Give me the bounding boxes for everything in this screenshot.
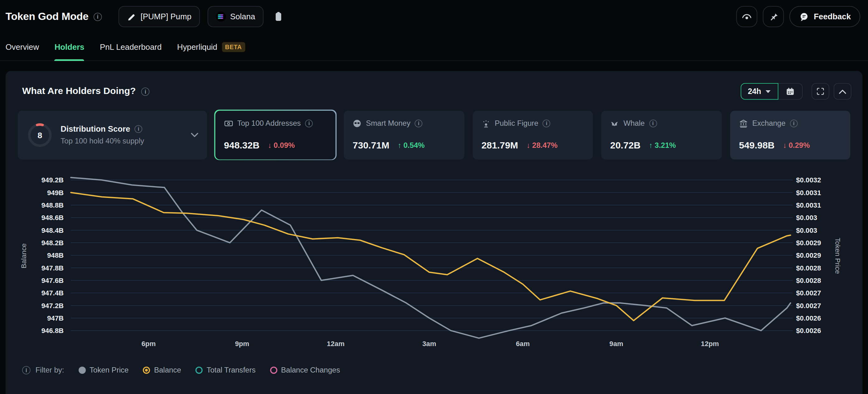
header: Token God Mode i [PUMP] Pump Solana Feed… <box>0 0 868 33</box>
watch-button[interactable] <box>736 6 757 27</box>
svg-text:947B: 947B <box>47 314 63 322</box>
collapse-button[interactable] <box>834 83 851 99</box>
distribution-expand-button[interactable] <box>191 132 198 137</box>
timeframe-dropdown[interactable]: 24h <box>741 83 778 99</box>
feedback-button[interactable]: Feedback <box>789 6 861 27</box>
tab-holders[interactable]: Holders <box>55 33 84 60</box>
beta-badge: BETA <box>222 42 245 52</box>
distribution-label: Distribution Score <box>61 124 130 133</box>
filter-total-transfers[interactable]: Total Transfers <box>195 366 255 374</box>
smart-money-icon <box>353 119 362 128</box>
fullscreen-icon <box>816 87 825 95</box>
chain-select-button[interactable]: Solana <box>208 6 264 27</box>
stat-info-icon[interactable]: i <box>543 119 551 127</box>
filter-balance-changes[interactable]: Balance Changes <box>270 366 340 374</box>
svg-text:948.2B: 948.2B <box>41 239 64 247</box>
stat-label: Whale <box>623 119 645 128</box>
stat-cards-row: 8 Distribution Scorei Top 100 hold 40% s… <box>6 110 862 160</box>
stat-change: ↑ 3.21% <box>649 141 676 150</box>
stat-change: ↓ 0.09% <box>268 141 295 150</box>
svg-text:949.2B: 949.2B <box>41 176 64 184</box>
svg-text:$0.0032: $0.0032 <box>796 176 821 184</box>
svg-text:$0.0029: $0.0029 <box>796 251 821 259</box>
token-god-mode-page: Token God Mode i [PUMP] Pump Solana Feed… <box>0 0 868 394</box>
stat-card-smart-money[interactable]: Smart Money i 730.71M ↑ 0.54% <box>343 110 465 160</box>
stat-value: 20.72B <box>610 140 641 151</box>
calendar-button[interactable] <box>778 83 803 99</box>
calendar-icon <box>785 87 795 96</box>
feedback-label: Feedback <box>814 12 851 21</box>
stat-label: Public Figure <box>495 119 538 128</box>
panel-header: What Are Holders Doing? i 24h <box>6 71 862 100</box>
token-price-dot-icon <box>79 367 86 374</box>
panel-controls: 24h <box>741 83 851 99</box>
distribution-gauge: 8 <box>26 122 53 148</box>
stat-info-icon[interactable]: i <box>305 119 313 127</box>
svg-text:948.4B: 948.4B <box>41 226 64 234</box>
svg-text:947.4B: 947.4B <box>41 289 64 297</box>
stat-value: 730.71M <box>353 140 390 151</box>
svg-text:$0.0029: $0.0029 <box>796 239 821 247</box>
svg-text:Balance: Balance <box>20 243 28 268</box>
stat-card-exchange[interactable]: Exchange i 549.98B ↓ 0.29% <box>729 110 851 160</box>
distribution-score-value: 8 <box>37 130 42 140</box>
title-info-icon[interactable]: i <box>94 12 102 21</box>
svg-text:6pm: 6pm <box>142 340 156 347</box>
svg-text:$0.0031: $0.0031 <box>796 189 821 197</box>
fullscreen-button[interactable] <box>812 83 830 99</box>
svg-text:$0.0027: $0.0027 <box>796 289 821 297</box>
svg-text:Token Price: Token Price <box>834 238 842 274</box>
filter-token-price[interactable]: Token Price <box>79 366 128 374</box>
svg-text:$0.0028: $0.0028 <box>796 277 821 284</box>
filter-balance[interactable]: Balance <box>143 366 181 374</box>
svg-text:948.8B: 948.8B <box>41 201 64 209</box>
tab-bar: Overview Holders PnL Leaderboard Hyperli… <box>0 33 868 61</box>
distribution-subtitle: Top 100 hold 40% supply <box>61 137 144 145</box>
svg-text:948.6B: 948.6B <box>41 214 64 221</box>
svg-text:$0.003: $0.003 <box>796 214 817 221</box>
whale-icon <box>610 119 619 128</box>
tab-hyperliquid[interactable]: HyperliquidBETA <box>177 33 245 60</box>
tab-pnl-leaderboard[interactable]: PnL Leaderboard <box>100 33 161 60</box>
stat-card-whale[interactable]: Whale i 20.72B ↑ 3.21% <box>600 110 723 160</box>
public-figure-icon <box>481 119 490 128</box>
svg-text:948B: 948B <box>47 251 63 259</box>
svg-text:947.2B: 947.2B <box>41 302 64 310</box>
chain-button-label: Solana <box>230 12 255 21</box>
stat-card-public-figure[interactable]: Public Figure i 281.79M ↓ 28.47% <box>472 110 594 160</box>
svg-text:947.8B: 947.8B <box>41 264 64 272</box>
distribution-score-card[interactable]: 8 Distribution Scorei Top 100 hold 40% s… <box>17 110 208 160</box>
svg-text:12am: 12am <box>327 340 345 347</box>
distribution-info-icon[interactable]: i <box>135 125 143 133</box>
copy-address-button[interactable] <box>271 9 286 24</box>
stat-info-icon[interactable]: i <box>790 119 798 127</box>
banknote-icon <box>224 119 233 128</box>
panel-title: What Are Holders Doing? <box>22 86 136 97</box>
chevron-down-icon <box>765 89 771 93</box>
panel-info-icon[interactable]: i <box>141 87 150 95</box>
balance-changes-ring-icon <box>270 367 277 374</box>
pin-button[interactable] <box>763 6 784 27</box>
stat-value: 281.79M <box>481 140 518 151</box>
svg-text:$0.003: $0.003 <box>796 226 817 234</box>
svg-text:3am: 3am <box>422 340 436 347</box>
holders-panel: What Are Holders Doing? i 24h <box>6 71 862 394</box>
svg-text:9am: 9am <box>610 340 623 347</box>
timeframe-value: 24h <box>748 87 761 95</box>
svg-text:949B: 949B <box>47 189 63 197</box>
svg-text:$0.0026: $0.0026 <box>796 314 821 322</box>
stat-label: Smart Money <box>366 119 410 128</box>
stat-info-icon[interactable]: i <box>415 119 423 127</box>
stat-info-icon[interactable]: i <box>649 119 657 127</box>
holders-chart-svg: 949.2B$0.0032949B$0.0031948.8B$0.0031948… <box>11 165 857 360</box>
solana-logo <box>216 11 226 22</box>
tab-overview[interactable]: Overview <box>6 33 39 60</box>
chart-filter-legend: i Filter by: Token Price Balance Total T… <box>6 366 862 374</box>
holders-chart[interactable]: 949.2B$0.0032949B$0.0031948.8B$0.0031948… <box>11 165 857 360</box>
token-button-label: [PUMP] Pump <box>141 12 191 21</box>
stat-card-top-100-addresses[interactable]: Top 100 Addresses i 948.32B ↓ 0.09% <box>214 110 337 160</box>
token-select-button[interactable]: [PUMP] Pump <box>119 6 200 27</box>
filter-info-icon[interactable]: i <box>22 366 30 374</box>
stat-value: 948.32B <box>224 140 259 151</box>
total-transfers-ring-icon <box>195 367 203 374</box>
